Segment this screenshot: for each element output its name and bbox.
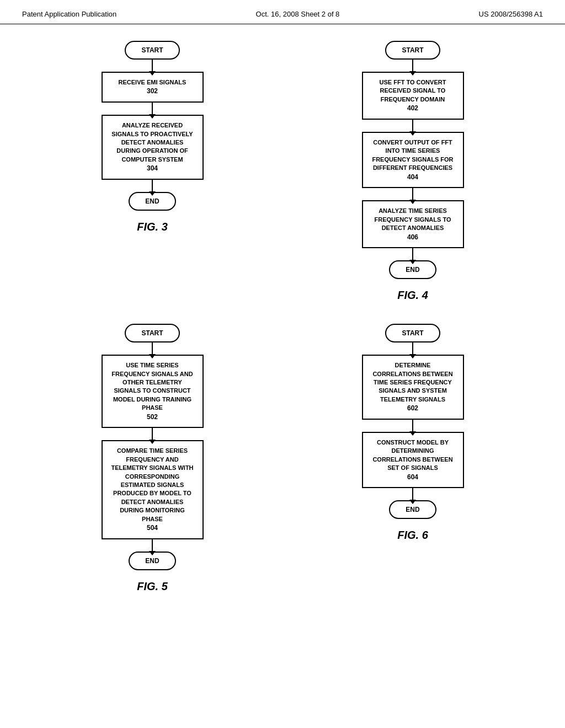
fig4-node-402: USE FFT TO CONVERT RECEIVED SIGNAL TO FR…: [362, 72, 464, 120]
fig6-node-604: CONSTRUCT MODEL BY DETERMINING CORRELATI…: [362, 432, 464, 488]
fig3-start: START: [125, 41, 179, 60]
header-right: US 2008/256398 A1: [479, 10, 543, 18]
header-middle: Oct. 16, 2008 Sheet 2 of 8: [256, 10, 340, 18]
fig3-node-302: RECEIVE EMI SIGNALS 302: [102, 72, 204, 103]
fig5-arrow3: [152, 539, 153, 552]
fig5-diagram: START USE TIME SERIES FREQUENCY SIGNALS …: [22, 318, 282, 598]
fig5-arrow1: [152, 342, 153, 355]
fig3-arrow3: [152, 180, 153, 192]
fig4-arrow3: [412, 188, 413, 200]
fig3-node-304: ANALYZE RECEIVED SIGNALS TO PROACTIVELY …: [102, 115, 204, 180]
fig4-node-406: ANALYZE TIME SERIES FREQUENCY SIGNALS TO…: [362, 200, 464, 248]
fig4-label: FIG. 4: [397, 289, 428, 302]
fig4-start: START: [385, 41, 440, 60]
fig4-arrow4: [412, 248, 413, 260]
fig4-arrow1: [412, 60, 413, 72]
fig6-label: FIG. 6: [397, 529, 428, 542]
fig6-node-602: DETERMINE CORRELATIONS BETWEEN TIME SERI…: [362, 355, 464, 420]
fig5-node-502: USE TIME SERIES FREQUENCY SIGNALS AND OT…: [102, 355, 204, 428]
fig6-arrow2: [412, 420, 413, 432]
fig5-node-504: COMPARE TIME SERIES FREQUENCY AND TELEME…: [102, 440, 204, 539]
fig6-diagram: START DETERMINE CORRELATIONS BETWEEN TIM…: [282, 318, 543, 598]
fig5-arrow2: [152, 428, 153, 440]
fig3-arrow1: [152, 60, 153, 72]
fig6-arrow3: [412, 488, 413, 500]
fig5-start: START: [125, 324, 179, 342]
fig3-label: FIG. 3: [137, 221, 168, 233]
fig6-arrow1: [412, 342, 413, 355]
fig4-diagram: START USE FFT TO CONVERT RECEIVED SIGNAL…: [282, 35, 543, 307]
fig4-node-404: CONVERT OUTPUT OF FFT INTO TIME SERIES F…: [362, 132, 464, 188]
fig3-arrow2: [152, 103, 153, 115]
fig6-start: START: [385, 324, 440, 342]
page-header: Patent Application Publication Oct. 16, …: [0, 0, 565, 24]
fig3-diagram: START RECEIVE EMI SIGNALS 302 ANALYZE RE…: [22, 35, 282, 307]
fig4-arrow2: [412, 120, 413, 132]
fig5-label: FIG. 5: [137, 580, 168, 593]
header-left: Patent Application Publication: [22, 10, 116, 18]
